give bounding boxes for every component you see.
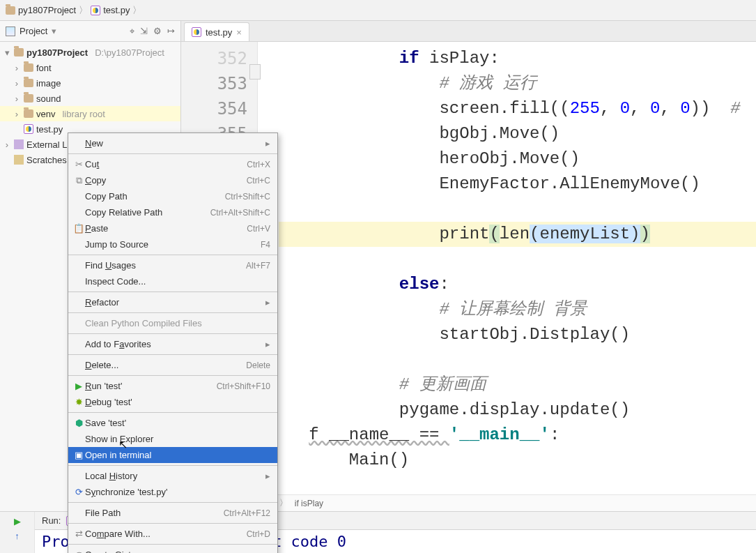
python-file-icon	[91, 6, 100, 15]
shortcut: Delete	[246, 361, 270, 370]
ctx-save[interactable]: ⬢Save 'test'	[68, 415, 277, 431]
code-number: 0	[680, 99, 690, 118]
ctx-inspect-code[interactable]: Inspect Code...	[68, 273, 277, 289]
ctx-label: Inspect Code...	[85, 276, 270, 287]
chevron-right-icon: ›	[13, 93, 21, 104]
ctx-new[interactable]: New▸	[68, 135, 277, 151]
tree-venv-label: venv	[36, 109, 55, 119]
editor-tab-testpy[interactable]: test.py ×	[184, 22, 249, 41]
code-text: EnemyFactor.AllEnemyMove()	[439, 174, 700, 193]
tree-venv[interactable]: › venv library root	[0, 106, 180, 121]
ctx-synchronize[interactable]: ⟳Synchronize 'test.py'	[68, 484, 277, 500]
github-icon: ◷	[72, 550, 85, 553]
ctx-label: Copy Path	[85, 191, 225, 202]
tree-dir-sound[interactable]: › sound	[0, 91, 180, 106]
breadcrumb-file[interactable]: test.py	[91, 5, 130, 15]
tree-root[interactable]: ▾ py1807Project D:\py1807Project	[0, 45, 180, 60]
ctx-paste[interactable]: 📋PasteCtrl+V	[68, 220, 277, 236]
copy-icon: ⧉	[72, 175, 85, 186]
play-icon[interactable]: ▶	[14, 516, 21, 527]
folder-icon	[24, 109, 33, 118]
ctx-label: Show in Explorer	[85, 434, 270, 444]
shortcut: Ctrl+Alt+Shift+C	[210, 208, 270, 218]
folder-icon	[24, 94, 33, 103]
ctx-compare-with[interactable]: ⇄Compare With...Ctrl+D	[68, 526, 277, 542]
gutter-line-number: 354	[181, 96, 247, 121]
python-file-icon	[24, 124, 33, 134]
separator	[68, 291, 277, 292]
python-file-icon	[192, 27, 201, 37]
folder-icon	[24, 63, 33, 72]
ctx-delete[interactable]: Delete...Delete	[68, 357, 277, 373]
ctx-refactor[interactable]: Refactor▸	[68, 294, 277, 310]
shortcut: Ctrl+Alt+F12	[224, 508, 270, 518]
editor-tabbar: test.py ×	[181, 21, 756, 42]
ctx-show-explorer[interactable]: Show in Explorer	[68, 431, 277, 447]
tree-dir-image[interactable]: › image	[0, 75, 180, 91]
ctx-add-favorites[interactable]: Add to Favorites▸	[68, 336, 277, 352]
ctx-copy-path[interactable]: Copy PathCtrl+Shift+C	[68, 188, 277, 204]
library-icon	[14, 139, 24, 149]
tree-dir-label: font	[36, 63, 52, 73]
dropdown-icon[interactable]: ▾	[52, 26, 56, 36]
separator	[68, 523, 277, 524]
arrow-up-icon[interactable]: ↑	[15, 531, 20, 541]
run-toolbar: ▶ ↑	[0, 512, 35, 553]
tree-root-label: py1807Project	[26, 47, 88, 58]
hide-icon[interactable]: ↦	[167, 26, 175, 37]
ctx-label: Create Gist...	[85, 550, 270, 553]
code-selection: (enemyList)	[530, 225, 640, 243]
breadcrumb-project[interactable]: py1807Project	[6, 5, 76, 15]
separator	[68, 354, 277, 355]
code-comment: # 让屏幕绘制 背景	[439, 300, 586, 319]
gear-icon[interactable]: ⚙	[153, 26, 162, 37]
sync-icon: ⟳	[72, 487, 85, 497]
code-editor[interactable]: if isPlay: # 游戏 运行 screen.fill((255, 0, …	[258, 42, 756, 494]
code-bracket: )	[640, 225, 650, 243]
tree-dir-font[interactable]: › font	[0, 60, 180, 75]
code-string: '__main__'	[449, 425, 550, 444]
separator	[68, 312, 277, 313]
code-text: ,	[630, 99, 650, 118]
folder-icon	[14, 48, 24, 56]
ctx-copy[interactable]: ⧉CopyCtrl+C	[68, 172, 277, 188]
ctx-clean-pyc: Clean Python Compiled Files	[68, 315, 277, 331]
separator	[68, 333, 277, 334]
collapse-icon[interactable]: ⇲	[140, 26, 148, 37]
chevron-right-icon: ›	[13, 63, 21, 73]
code-number: 0	[650, 99, 660, 118]
ctx-debug[interactable]: ✸Debug 'test'	[68, 394, 277, 410]
separator	[68, 375, 277, 376]
target-icon[interactable]: ⌖	[130, 26, 134, 37]
separator	[68, 544, 277, 545]
ctx-local-history[interactable]: Local History▸	[68, 468, 277, 484]
tree-dir-label: image	[36, 78, 61, 89]
ctx-copy-rel-path[interactable]: Copy Relative PathCtrl+Alt+Shift+C	[68, 204, 277, 220]
code-text: isPlay:	[419, 49, 500, 68]
code-text: pygame.display.update()	[399, 400, 630, 419]
ctx-create-gist[interactable]: ◷Create Gist...	[68, 547, 277, 553]
ctx-label: Open in terminal	[85, 450, 270, 460]
shortcut: Ctrl+X	[247, 160, 270, 169]
ctx-cut[interactable]: ✂CutCtrl+X	[68, 156, 277, 172]
breadcrumb: py1807Project 〉 test.py 〉	[0, 0, 756, 21]
shortcut: Ctrl+Shift+C	[225, 192, 270, 202]
close-icon[interactable]: ×	[236, 27, 242, 38]
ctx-file-path[interactable]: File PathCtrl+Alt+F12	[68, 505, 277, 521]
bug-icon: ✸	[72, 397, 85, 407]
editor-bc-item[interactable]: if isPlay	[295, 499, 323, 508]
code-text: ,	[600, 99, 620, 118]
code-text: print	[439, 225, 489, 243]
shortcut: Ctrl+V	[247, 224, 270, 234]
ctx-find-usages[interactable]: Find UsagesAlt+F7	[68, 257, 277, 273]
code-text: Main()	[349, 450, 409, 469]
ctx-open-terminal[interactable]: ▣Open in terminal	[68, 447, 277, 463]
code-text: heroObj.Move()	[439, 149, 580, 168]
ctx-run[interactable]: ▶Run 'test'Ctrl+Shift+F10	[68, 378, 277, 394]
separator	[68, 255, 277, 255]
ctx-jump-source[interactable]: Jump to SourceF4	[68, 236, 277, 252]
code-comment: #	[730, 99, 740, 118]
code-text: len	[500, 225, 530, 243]
project-icon	[6, 26, 15, 36]
breadcrumb-file-label: test.py	[103, 5, 130, 15]
